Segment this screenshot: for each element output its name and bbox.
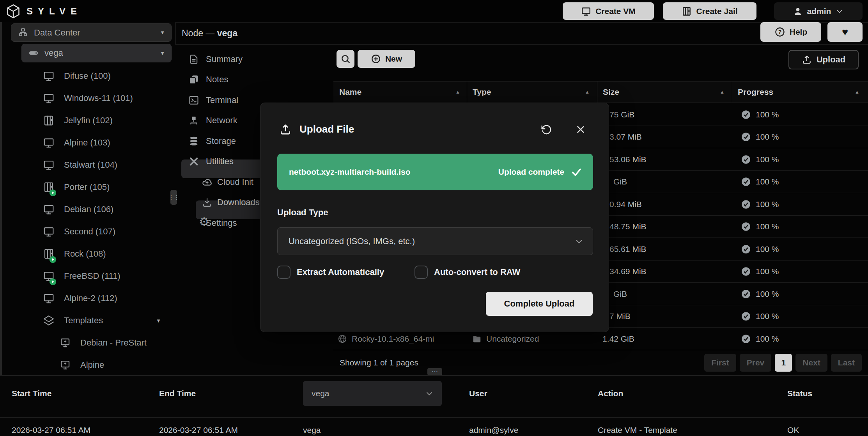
upload-status-text: Upload complete [498, 167, 564, 177]
nav-item-summary[interactable]: Summary [175, 51, 333, 68]
sidebar-item-templates[interactable]: Templates ▼ [0, 310, 175, 331]
sidebar-item-freebsd[interactable]: FreeBSD (111) [0, 265, 175, 287]
sort-asc-icon: ▲ [455, 90, 460, 94]
search-button[interactable] [337, 50, 354, 68]
sidebar-item-second[interactable]: Second (107) [0, 221, 175, 243]
sidebar-item-jellyfin[interactable]: Jellyfin (102) [0, 110, 175, 131]
help-circle-icon: ? [774, 27, 785, 37]
folder-icon [472, 334, 482, 344]
monitor-icon [43, 226, 55, 237]
check-circle-icon [741, 289, 751, 299]
activity-col-user: User [469, 385, 487, 402]
heart-icon: ♥ [842, 27, 848, 37]
activity-col-start-time: Start Time [12, 385, 51, 402]
check-circle-icon [741, 334, 751, 344]
monitor-icon [43, 70, 55, 82]
activity-col-end-time: End Time [159, 385, 196, 402]
check-circle-icon [741, 154, 751, 165]
pagination-page-1[interactable]: 1 [775, 354, 792, 372]
user-menu-button[interactable]: admin [774, 2, 863, 20]
node-select-vega[interactable]: vega ▼ [21, 44, 172, 62]
pagination-first-button[interactable]: First [704, 354, 736, 372]
upload-type-label: Upload Type [277, 207, 328, 218]
upload-status-bar: netboot.xyz-multiarch-build.iso Upload c… [277, 154, 593, 190]
sylve-app: SYLVE Create VM Create Jail admin Node —… [0, 0, 868, 436]
check-circle-icon [741, 311, 751, 321]
help-button[interactable]: ? Help [760, 22, 821, 42]
close-icon[interactable] [575, 124, 586, 135]
sidebar-item-rock[interactable]: Rock (108) [0, 243, 175, 265]
activity-panel: Start Time End Time vega User Action Sta… [0, 375, 868, 436]
chevron-down-icon: ▼ [160, 30, 165, 35]
sidebar-item-alpine-2[interactable]: Alpine-2 (112) [0, 287, 175, 309]
column-header-progress[interactable]: Progress▲ [738, 82, 859, 103]
favorite-button[interactable]: ♥ [827, 22, 863, 42]
check-circle-icon [741, 244, 751, 254]
download-icon [202, 197, 213, 208]
chevron-down-icon [835, 7, 844, 16]
create-vm-button[interactable]: Create VM [563, 2, 654, 20]
terminal-icon [188, 95, 199, 106]
sidebar-item-alpine[interactable]: Alpine (103) [0, 132, 175, 154]
extract-automatically-label: Extract Automatically [297, 267, 384, 277]
upload-type-select[interactable]: Uncategorized (ISOs, IMGs, etc.) [277, 227, 593, 255]
upload-icon [802, 55, 812, 65]
create-jail-button[interactable]: Create Jail [663, 2, 756, 20]
monitor-icon [581, 6, 591, 16]
column-header-name[interactable]: Name▲ [339, 82, 460, 103]
jail-icon [682, 6, 692, 16]
new-button[interactable]: New [358, 50, 415, 68]
jail-icon [43, 115, 55, 126]
pagination-next-button[interactable]: Next [795, 354, 827, 372]
monitor-icon [43, 137, 55, 149]
pagination-summary: Showing 1 of 1 pages [340, 358, 418, 367]
sidebar-item-debian-prestart[interactable]: Debian - PreStart [0, 332, 175, 354]
database-icon [188, 136, 199, 147]
bottom-panel-resize-handle[interactable]: ⋯ [427, 368, 442, 375]
check-circle-icon [741, 199, 751, 209]
chevron-down-icon [574, 236, 584, 246]
activity-node-select[interactable]: vega [303, 381, 442, 406]
activity-col-action: Action [598, 385, 623, 402]
sylve-logo-icon [5, 4, 21, 19]
upload-file-modal: Upload File netboot.xyz-multiarch-build.… [260, 103, 609, 332]
monitor-icon [43, 159, 55, 171]
column-header-size[interactable]: Size▲ [603, 82, 725, 103]
node-label: vega [44, 48, 63, 58]
sidebar-item-porter[interactable]: Porter (105) [0, 176, 175, 198]
svg-text:?: ? [778, 29, 781, 35]
sidebar-item-stalwart[interactable]: Stalwart (104) [0, 154, 175, 176]
sidebar-item-difuse[interactable]: Difuse (100) [0, 65, 175, 87]
column-header-type[interactable]: Type▲ [473, 82, 590, 103]
globe-icon [337, 334, 347, 344]
column-divider [597, 82, 597, 103]
sort-asc-icon: ▲ [720, 90, 725, 94]
datacenter-select[interactable]: Data Center ▼ [11, 23, 172, 42]
pagination-prev-button[interactable]: Prev [740, 354, 772, 372]
sidebar-resize-handle[interactable]: ⋮⋮ [170, 190, 177, 205]
check-circle-icon [741, 222, 751, 232]
extract-automatically-checkbox[interactable] [277, 266, 291, 279]
search-icon [340, 54, 351, 64]
activity-divider [0, 417, 868, 418]
notes-icon [188, 74, 199, 85]
sidebar: Data Center ▼ vega ▼ Difuse (100) Window… [0, 22, 176, 375]
complete-upload-button[interactable]: Complete Upload [486, 292, 593, 316]
running-badge-icon [49, 278, 57, 285]
file-text-icon [188, 54, 199, 65]
sidebar-item-debian[interactable]: Debian (106) [0, 199, 175, 220]
chevron-down-icon: ▼ [156, 318, 161, 323]
pagination-last-button[interactable]: Last [831, 354, 862, 372]
chevron-down-icon [425, 389, 434, 398]
upload-button[interactable]: Upload [788, 50, 859, 69]
monitor-icon [43, 292, 55, 304]
sort-asc-icon: ▲ [585, 90, 590, 94]
sidebar-item-windows-11[interactable]: Windows-11 (101) [0, 87, 175, 109]
check-circle-icon [741, 132, 751, 142]
reset-icon[interactable] [540, 124, 552, 135]
auto-convert-raw-checkbox[interactable] [415, 266, 428, 279]
sidebar-item-alpine-template[interactable]: Alpine [0, 354, 175, 375]
nav-item-notes[interactable]: Notes [175, 71, 333, 88]
monitor-icon [43, 92, 55, 104]
check-icon [570, 166, 582, 178]
